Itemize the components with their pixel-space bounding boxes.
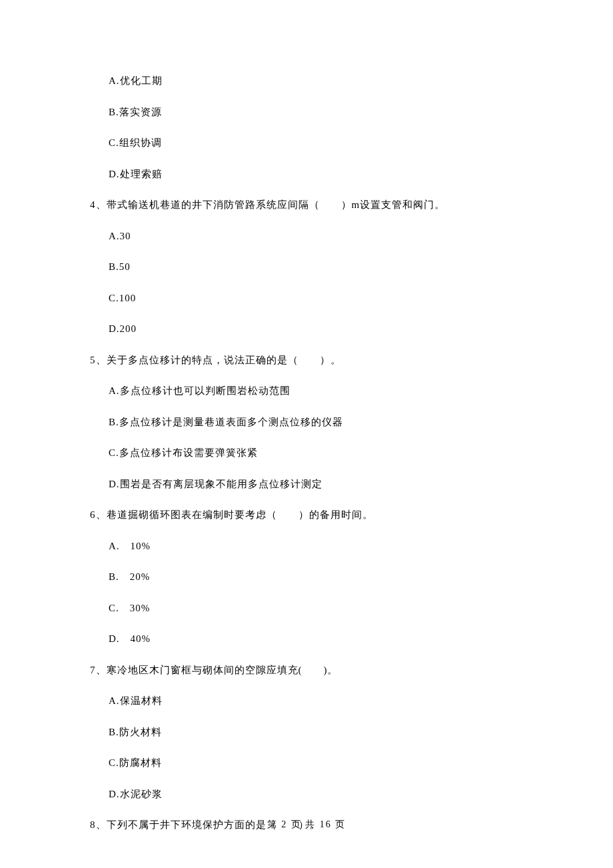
q7-option-d: D.水泥砂浆 (109, 787, 533, 802)
q4-options: A.30 B.50 C.100 D.200 (90, 229, 533, 337)
q6-option-a: A. 10% (109, 539, 533, 554)
q5-text: 5、关于多点位移计的特点，说法正确的是（ ）。 (90, 353, 533, 368)
q3-options: A.优化工期 B.落实资源 C.组织协调 D.处理索赔 (90, 73, 533, 181)
q3-option-a: A.优化工期 (109, 73, 533, 89)
q7-option-b: B.防火材料 (109, 725, 533, 740)
q6-option-c: C. 30% (109, 601, 533, 616)
q7-text: 7、寒冷地区木门窗框与砌体间的空隙应填充( )。 (90, 663, 533, 678)
q7-option-a: A.保温材料 (109, 693, 533, 709)
q6-options: A. 10% B. 20% C. 30% D. 40% (90, 539, 533, 647)
q3-option-c: C.组织协调 (109, 135, 533, 151)
q5-option-d: D.围岩是否有离层现象不能用多点位移计测定 (109, 477, 533, 492)
q6-option-b: B. 20% (109, 569, 533, 585)
q4-text: 4、带式输送机巷道的井下消防管路系统应间隔（ ）m设置支管和阀门。 (90, 197, 533, 213)
q7-option-c: C.防腐材料 (109, 755, 533, 771)
q4-option-b: B.50 (109, 259, 533, 275)
q3-option-d: D.处理索赔 (109, 167, 533, 182)
q5-options: A.多点位移计也可以判断围岩松动范围 B.多点位移计是测量巷道表面多个测点位移的… (90, 383, 533, 491)
page-footer: 第 2 页 共 16 页 (0, 817, 613, 831)
q6-option-d: D. 40% (109, 631, 533, 647)
q4-option-c: C.100 (109, 291, 533, 306)
q4-option-d: D.200 (109, 321, 533, 337)
q5-option-b: B.多点位移计是测量巷道表面多个测点位移的仪器 (109, 415, 533, 430)
q4-option-a: A.30 (109, 229, 533, 244)
q6-text: 6、巷道掘砌循环图表在编制时要考虑（ ）的备用时间。 (90, 507, 533, 523)
q3-option-b: B.落实资源 (109, 105, 533, 120)
q5-option-c: C.多点位移计布设需要弹簧张紧 (109, 445, 533, 461)
q7-options: A.保温材料 B.防火材料 C.防腐材料 D.水泥砂浆 (90, 693, 533, 801)
q5-option-a: A.多点位移计也可以判断围岩松动范围 (109, 383, 533, 399)
